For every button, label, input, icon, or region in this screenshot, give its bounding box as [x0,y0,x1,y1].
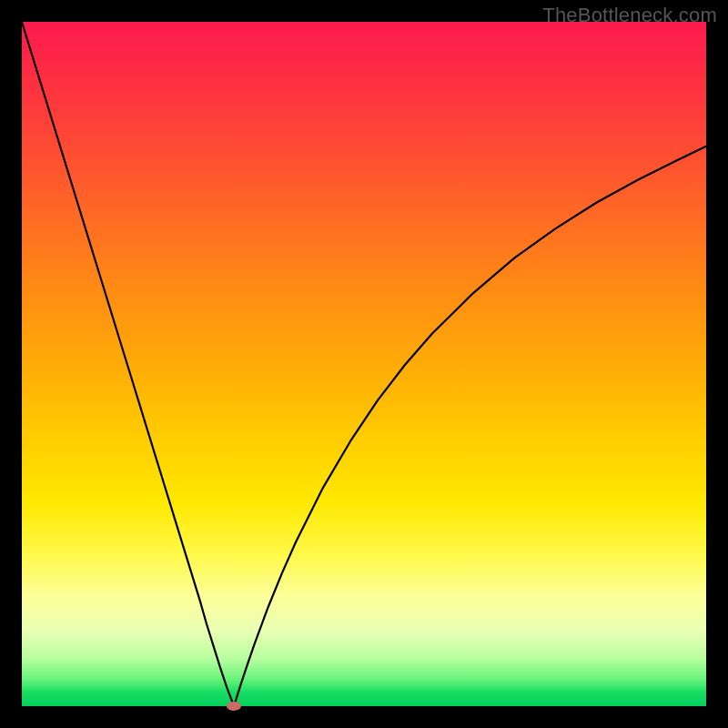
plot-area [22,22,706,706]
watermark-text: TheBottleneck.com [542,4,717,27]
chart-frame: TheBottleneck.com [0,0,728,728]
left-branch-line [22,22,234,706]
chart-curve [22,22,706,706]
dip-marker [227,702,241,711]
right-branch-line [234,147,706,706]
